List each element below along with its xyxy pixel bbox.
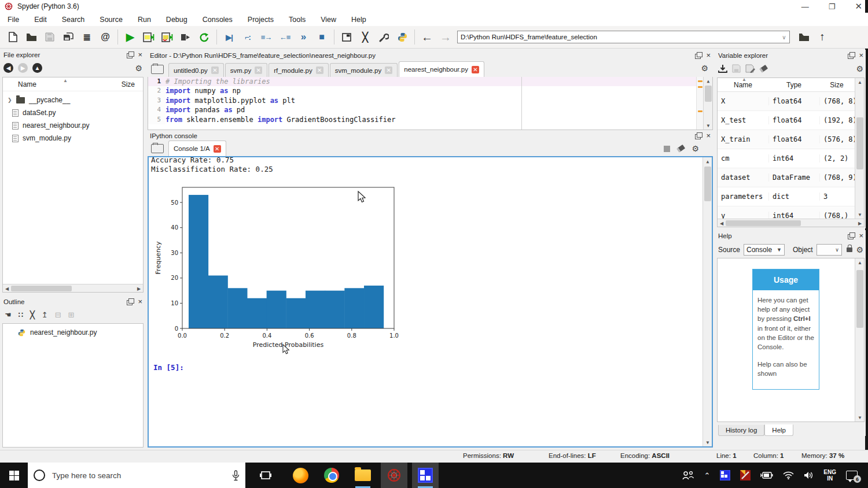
fx-options-gear-icon[interactable]: ⚙ xyxy=(135,64,142,73)
code-line[interactable]: 5from sklearn.ensemble import GradientBo… xyxy=(148,115,712,124)
expand-all-icon[interactable]: ⊞ xyxy=(68,310,75,319)
lock-icon[interactable] xyxy=(847,247,852,252)
microphone-icon[interactable] xyxy=(232,470,240,481)
fx-column-header[interactable]: ▲ Name Size xyxy=(3,77,143,91)
variable-row[interactable]: datasetDataFrame(768, 9) xyxy=(718,168,864,187)
working-directory-combobox[interactable]: D:\Python Run\HDFS_frame\feature_selecti… xyxy=(457,31,790,43)
tab-label[interactable]: nearest_neighbour.py xyxy=(404,66,468,73)
show-special-comments-icon[interactable]: ∷ xyxy=(19,310,23,319)
reset-namespace-icon[interactable] xyxy=(759,64,768,72)
menu-projects[interactable]: Projects xyxy=(240,14,281,25)
file-name[interactable]: __pycache__ xyxy=(29,96,70,104)
editor-vertical-scrollbar[interactable]: ▲ ▼ xyxy=(703,77,712,130)
run-cell-button[interactable] xyxy=(139,28,158,46)
run-selection-button[interactable] xyxy=(176,28,195,46)
outline-item-label[interactable]: nearest_neighbour.py xyxy=(30,328,97,337)
vx-col-size[interactable]: Size xyxy=(819,81,854,89)
scroll-down-icon[interactable]: ▼ xyxy=(855,210,865,219)
editor-options-gear-icon[interactable]: ⚙ xyxy=(701,64,708,73)
chevron-down-icon[interactable]: ∨ xyxy=(779,34,789,40)
save-data-icon[interactable] xyxy=(732,64,741,73)
scroll-right-icon[interactable]: ▶ xyxy=(135,284,143,293)
undock-icon[interactable] xyxy=(127,298,134,305)
tab-close-icon[interactable]: ✕ xyxy=(211,66,219,74)
taskbar-search-placeholder[interactable]: Type here to search xyxy=(52,471,225,480)
go-to-cursor-icon[interactable]: ↥ xyxy=(42,310,48,319)
tab-untitled0[interactable]: untitled0.py✕ xyxy=(168,63,224,77)
tray-app-icon[interactable] xyxy=(740,470,751,480)
variable-row[interactable]: X_trainfloat64(576, 8) xyxy=(718,130,864,149)
source-value[interactable]: Console xyxy=(746,246,772,254)
debug-step-button[interactable]: ⌐: xyxy=(238,28,257,46)
debug-button[interactable]: ▶| xyxy=(220,28,238,46)
interrupt-kernel-icon[interactable] xyxy=(664,146,670,152)
expander-icon[interactable]: ❯ xyxy=(8,97,12,103)
working-directory-path[interactable]: D:\Python Run\HDFS_frame\feature_selecti… xyxy=(458,34,779,40)
tab-close-icon[interactable]: ✕ xyxy=(472,66,479,73)
variable-row[interactable]: cmint64(2, 2) xyxy=(718,149,864,168)
menu-consoles[interactable]: Consoles xyxy=(195,14,240,25)
undock-icon[interactable] xyxy=(695,52,703,59)
new-file-button[interactable] xyxy=(3,28,22,46)
collapse-all-icon[interactable]: ⊟ xyxy=(55,310,61,319)
close-pane-icon[interactable]: × xyxy=(859,232,863,239)
tray-expand-icon[interactable]: ⌃ xyxy=(704,471,710,480)
fx-back-button[interactable]: ◀ xyxy=(3,63,13,73)
scroll-up-icon[interactable]: ▲ xyxy=(703,157,712,165)
menu-view[interactable]: View xyxy=(313,14,344,25)
fx-forward-button[interactable]: ▶ xyxy=(18,63,28,73)
taskbar-search[interactable]: Type here to search xyxy=(28,463,245,488)
tray-blue-app-icon[interactable] xyxy=(720,470,730,480)
scroll-up-icon[interactable]: ▲ xyxy=(704,77,713,85)
scroll-thumb[interactable] xyxy=(856,117,863,169)
maximize-pane-button[interactable] xyxy=(337,28,356,46)
console-options-gear-icon[interactable]: ⚙ xyxy=(692,144,699,153)
code-line[interactable]: 3import matplotlib.pyplot as plt xyxy=(148,96,712,105)
tab-rf-module[interactable]: rf_module.py✕ xyxy=(269,63,328,77)
clear-console-icon[interactable] xyxy=(676,145,685,153)
tab-label[interactable]: svm.py xyxy=(230,67,251,74)
fx-col-size[interactable]: Size xyxy=(122,80,143,88)
python-path-button[interactable] xyxy=(393,28,411,46)
console-output-area[interactable]: Accuracy Rate: 0.75 Misclassification Ra… xyxy=(148,156,713,448)
run-cell-advance-button[interactable] xyxy=(158,28,176,46)
browse-tabs-icon[interactable] xyxy=(151,65,164,74)
tab-label[interactable]: svm_module.py xyxy=(335,67,382,74)
speaker-icon[interactable] xyxy=(804,471,814,479)
scroll-up-icon[interactable]: ▲ xyxy=(855,258,865,267)
follow-cursor-icon[interactable]: ☚ xyxy=(5,310,12,319)
fx-up-button[interactable]: ▲ xyxy=(32,63,42,73)
source-combobox[interactable]: Console▼ xyxy=(744,244,785,256)
menu-search[interactable]: Search xyxy=(54,14,93,25)
scroll-right-icon[interactable]: ▶ xyxy=(856,219,864,227)
file-switcher-button[interactable]: ≣ xyxy=(78,28,96,46)
parent-directory-button[interactable]: ↑ xyxy=(813,28,832,46)
vx-vertical-scrollbar[interactable]: ▲ ▼ xyxy=(855,78,864,219)
battery-icon[interactable] xyxy=(760,471,773,479)
fullscreen-button[interactable]: ╳ xyxy=(356,28,374,46)
tab-close-icon[interactable]: ✕ xyxy=(214,145,221,153)
debug-continue-button[interactable]: » xyxy=(294,28,312,46)
menu-help[interactable]: Help xyxy=(344,14,374,25)
tab-svm-module[interactable]: svm_module.py✕ xyxy=(330,63,398,77)
wifi-icon[interactable] xyxy=(783,471,794,479)
tab-label[interactable]: rf_module.py xyxy=(274,67,312,74)
scroll-left-icon[interactable]: ◀ xyxy=(718,219,726,227)
restore-button[interactable]: ❐ xyxy=(829,2,836,11)
tab-console-1a[interactable]: Console 1/A✕ xyxy=(168,141,226,156)
vx-col-name[interactable]: ▲Name xyxy=(718,81,768,89)
scroll-up-icon[interactable]: ▲ xyxy=(855,78,865,86)
minimize-button[interactable]: — xyxy=(801,2,809,11)
forward-button[interactable]: → xyxy=(436,28,455,46)
taskbar-file-explorer[interactable] xyxy=(350,463,376,488)
debug-stop-button[interactable]: ■ xyxy=(312,28,331,46)
menu-tools[interactable]: Tools xyxy=(281,14,313,25)
console-prompt[interactable]: In [5]: xyxy=(151,363,184,372)
close-pane-icon[interactable]: × xyxy=(138,298,142,305)
menu-file[interactable]: File xyxy=(0,14,27,25)
import-data-icon[interactable] xyxy=(718,64,727,73)
close-pane-icon[interactable]: × xyxy=(859,52,863,59)
variable-row[interactable]: X_testfloat64(192, 8) xyxy=(718,111,864,130)
close-pane-icon[interactable]: × xyxy=(138,51,142,58)
vx-col-type[interactable]: Type xyxy=(768,81,819,89)
